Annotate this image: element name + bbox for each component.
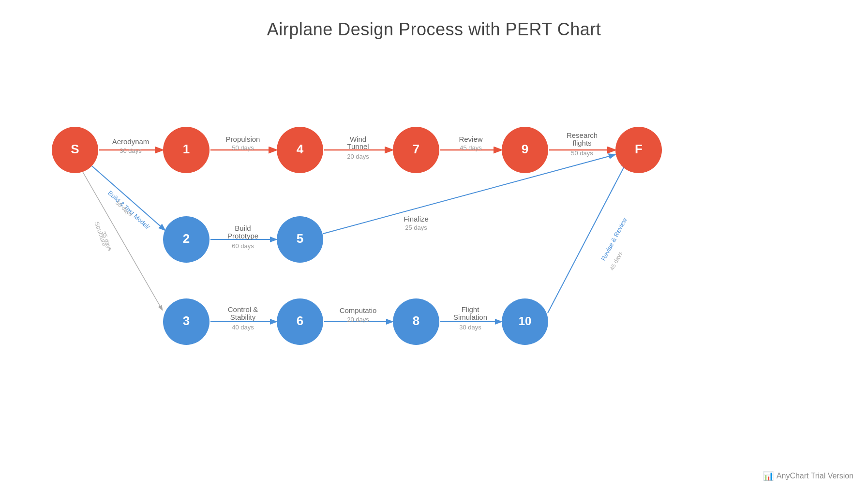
- svg-text:40 days: 40 days: [232, 324, 254, 331]
- svg-text:Research: Research: [567, 131, 598, 139]
- watermark: 📊 AnyChart Trial Version: [763, 471, 853, 481]
- node-F-label: F: [635, 142, 643, 156]
- svg-text:Computatio: Computatio: [340, 306, 377, 314]
- chart-area: Aerodynam 30 days Propulsion 50 days Win…: [0, 53, 868, 474]
- svg-line-17: [85, 160, 165, 230]
- svg-line-27: [323, 155, 614, 234]
- svg-text:45 days: 45 days: [608, 251, 624, 272]
- svg-text:Finalize: Finalize: [404, 215, 429, 223]
- node-7-label: 7: [413, 142, 419, 156]
- watermark-text: AnyChart Trial Version: [777, 472, 853, 480]
- node-5-label: 5: [297, 231, 303, 246]
- svg-text:flights: flights: [572, 139, 591, 147]
- page-title: Airplane Design Process with PERT Chart: [0, 0, 868, 40]
- svg-text:45 days: 45 days: [460, 144, 482, 151]
- node-2-label: 2: [183, 231, 190, 246]
- svg-text:Control &: Control &: [228, 305, 258, 313]
- svg-text:30 days: 30 days: [459, 324, 481, 331]
- svg-text:60 days: 60 days: [232, 242, 254, 250]
- svg-text:Revise & Review: Revise & Review: [599, 216, 629, 262]
- svg-text:50 days: 50 days: [232, 144, 254, 151]
- svg-text:Aerodynam: Aerodynam: [112, 137, 150, 146]
- svg-text:20 days: 20 days: [347, 316, 369, 323]
- node-6-label: 6: [297, 313, 303, 328]
- node-1-label: 1: [183, 142, 190, 156]
- svg-text:Stability: Stability: [230, 313, 256, 321]
- svg-line-20: [80, 167, 162, 310]
- node-10-label: 10: [519, 314, 532, 327]
- node-9-label: 9: [522, 142, 528, 156]
- svg-text:Simulation: Simulation: [453, 313, 487, 321]
- node-S-label: S: [71, 142, 79, 156]
- svg-text:Propulsion: Propulsion: [226, 135, 260, 143]
- watermark-icon: 📊: [763, 471, 774, 481]
- svg-text:Tunnel: Tunnel: [347, 142, 369, 150]
- svg-text:30 days: 30 days: [120, 147, 142, 154]
- node-3-label: 3: [183, 313, 190, 328]
- svg-text:20 days: 20 days: [347, 153, 369, 160]
- svg-text:Prototype: Prototype: [227, 232, 258, 240]
- node-8-label: 8: [413, 313, 419, 328]
- svg-text:Review: Review: [459, 135, 482, 143]
- node-4-label: 4: [297, 142, 304, 156]
- svg-text:Build: Build: [235, 224, 251, 232]
- svg-text:25 days: 25 days: [405, 224, 427, 231]
- svg-text:Flight: Flight: [462, 305, 480, 313]
- svg-text:50 days: 50 days: [571, 149, 593, 157]
